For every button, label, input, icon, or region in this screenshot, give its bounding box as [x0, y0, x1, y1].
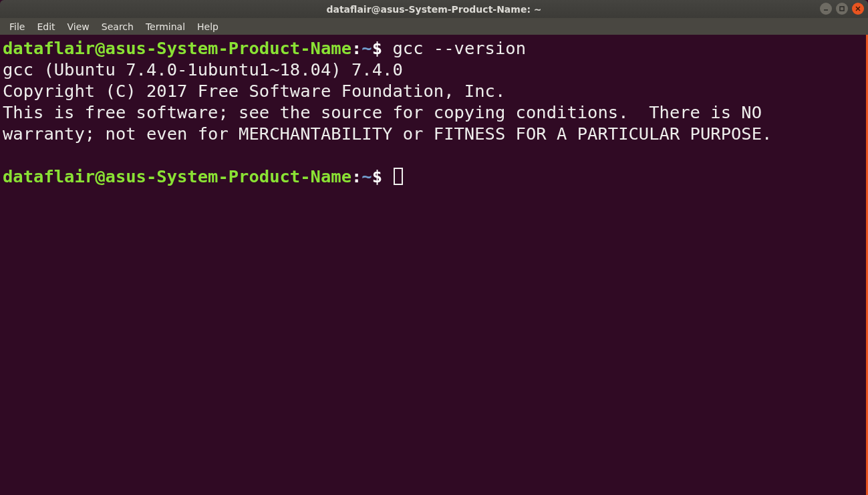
menu-terminal[interactable]: Terminal — [140, 19, 191, 34]
command-text: gcc --version — [392, 38, 526, 58]
menu-help[interactable]: Help — [191, 19, 225, 34]
prompt-user-host: dataflair@asus-System-Product-Name — [3, 38, 351, 58]
prompt-path-2: ~ — [361, 166, 372, 186]
output-line-2: Copyright (C) 2017 Free Software Foundat… — [3, 81, 505, 101]
prompt-separator-2: : — [351, 166, 361, 186]
output-line-4: warranty; not even for MERCHANTABILITY o… — [3, 124, 772, 144]
prompt-sigil: $ — [372, 38, 393, 58]
output-line-1: gcc (Ubuntu 7.4.0-1ubuntu1~18.04) 7.4.0 — [3, 59, 403, 79]
close-button[interactable] — [852, 3, 864, 15]
output-line-3: This is free software; see the source fo… — [3, 102, 762, 122]
window-controls — [820, 3, 864, 15]
prompt-user-host-2: dataflair@asus-System-Product-Name — [3, 166, 351, 186]
menu-search[interactable]: Search — [96, 19, 140, 34]
menu-view[interactable]: View — [61, 19, 96, 34]
minimize-button[interactable] — [820, 3, 832, 15]
titlebar[interactable]: dataflair@asus-System-Product-Name: ~ — [0, 0, 868, 18]
maximize-icon — [839, 5, 845, 12]
menu-edit[interactable]: Edit — [31, 19, 61, 34]
close-icon — [855, 5, 861, 12]
prompt-path: ~ — [361, 38, 372, 58]
prompt-sigil-2: $ — [372, 166, 393, 186]
minimize-icon — [823, 5, 829, 12]
window-title: dataflair@asus-System-Product-Name: ~ — [326, 4, 541, 15]
svg-rect-1 — [840, 7, 844, 11]
prompt-separator: : — [351, 38, 361, 58]
menubar: File Edit View Search Terminal Help — [0, 18, 868, 35]
maximize-button[interactable] — [836, 3, 848, 15]
terminal-body[interactable]: dataflair@asus-System-Product-Name:~$ gc… — [0, 35, 868, 495]
terminal-window: dataflair@asus-System-Product-Name: ~ Fi… — [0, 0, 868, 495]
cursor-icon — [394, 168, 403, 185]
menu-file[interactable]: File — [3, 19, 31, 34]
